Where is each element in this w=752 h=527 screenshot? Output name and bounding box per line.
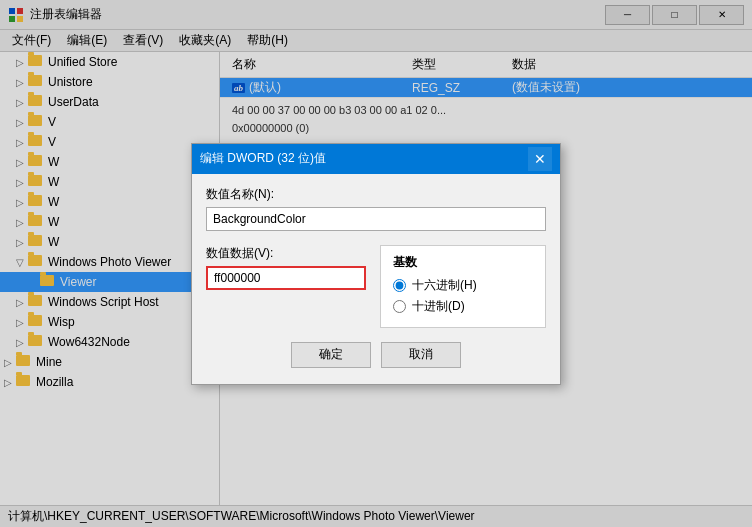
dialog-overlay: 编辑 DWORD (32 位)值 ✕ 数值名称(N): 数值数据(V): 基数 … bbox=[0, 0, 752, 527]
dialog-title-bar: 编辑 DWORD (32 位)值 ✕ bbox=[192, 144, 560, 174]
base-title: 基数 bbox=[393, 254, 533, 271]
dialog-row: 数值数据(V): 基数 十六进制(H) 十进制(D) bbox=[206, 245, 546, 328]
dialog-cancel-button[interactable]: 取消 bbox=[381, 342, 461, 368]
dialog-value-section: 数值数据(V): bbox=[206, 245, 366, 328]
dialog-title-text: 编辑 DWORD (32 位)值 bbox=[200, 150, 528, 167]
dialog-body: 数值名称(N): 数值数据(V): 基数 十六进制(H) 十进制(D) bbox=[192, 174, 560, 384]
radio-decimal-label: 十进制(D) bbox=[412, 298, 465, 315]
dialog-ok-button[interactable]: 确定 bbox=[291, 342, 371, 368]
dialog-close-button[interactable]: ✕ bbox=[528, 147, 552, 171]
radio-decimal[interactable] bbox=[393, 300, 406, 313]
radio-hex-row: 十六进制(H) bbox=[393, 277, 533, 294]
radio-decimal-row: 十进制(D) bbox=[393, 298, 533, 315]
dialog-name-input[interactable] bbox=[206, 207, 546, 231]
dialog-data-input[interactable] bbox=[206, 266, 366, 290]
dialog-buttons: 确定 取消 bbox=[206, 342, 546, 372]
dialog-base-section: 基数 十六进制(H) 十进制(D) bbox=[380, 245, 546, 328]
dialog-dword: 编辑 DWORD (32 位)值 ✕ 数值名称(N): 数值数据(V): 基数 … bbox=[191, 143, 561, 385]
dialog-name-label: 数值名称(N): bbox=[206, 186, 546, 203]
radio-hex-label: 十六进制(H) bbox=[412, 277, 477, 294]
dialog-data-label: 数值数据(V): bbox=[206, 245, 366, 262]
radio-hex[interactable] bbox=[393, 279, 406, 292]
